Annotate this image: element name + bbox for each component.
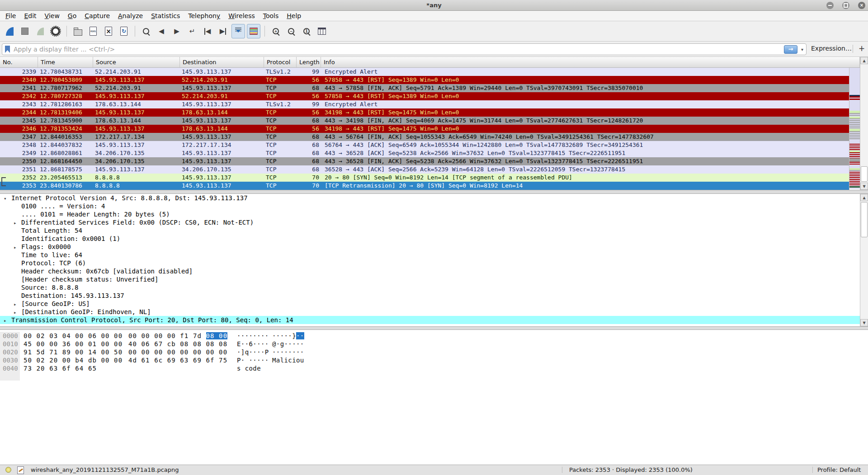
details-line-10[interactable]: [Header checksum status: Unverified] [0, 275, 868, 283]
menu-capture[interactable]: Capture [80, 11, 114, 21]
expert-info-icon[interactable] [5, 467, 11, 473]
menu-wireless[interactable]: Wireless [224, 11, 259, 21]
ascii-group2[interactable]: ········ [272, 348, 304, 356]
ascii-group2[interactable]: @·g····· [272, 340, 304, 348]
hex-bytes-group2[interactable]: 00 00 00 00 00 00 00 00 [128, 348, 227, 356]
hex-row-0020[interactable]: 002091 5d 71 89 00 14 00 5000 00 00 00 0… [0, 348, 868, 356]
menu-file[interactable]: File [1, 11, 20, 21]
save-file-button[interactable] [86, 24, 100, 38]
filter-bookmark-icon[interactable] [5, 46, 10, 53]
maximize-button[interactable] [842, 2, 849, 9]
stop-capture-button[interactable] [18, 24, 32, 38]
menu-tools[interactable]: Tools [259, 11, 283, 21]
close-file-button[interactable] [102, 24, 115, 38]
hex-bytes-group1[interactable]: 91 5d 71 89 00 14 00 50 [24, 348, 123, 356]
details-line-5[interactable]: Identification: 0x0001 (1) [0, 235, 868, 243]
collapsed-arrow-icon[interactable]: ▸ [3, 317, 11, 325]
packet-row-2345[interactable]: 234512.781345900178.63.13.144145.93.113.… [0, 117, 849, 125]
ascii-group1[interactable]: P· ····· [237, 356, 269, 364]
auto-scroll-button[interactable] [231, 24, 245, 38]
menu-go[interactable]: Go [64, 11, 80, 21]
zoom-in-button[interactable] [269, 24, 283, 38]
profile-label[interactable]: Profile: Default [817, 466, 861, 473]
packet-row-2347[interactable]: 234712.844016353172.217.17.134145.93.113… [0, 133, 849, 141]
packet-row-2350[interactable]: 235012.86816445034.206.170.135145.93.113… [0, 157, 849, 165]
add-filter-button[interactable]: + [859, 44, 865, 53]
packet-row-2351[interactable]: 235112.868178575145.93.113.13734.206.170… [0, 165, 849, 174]
go-forward-button[interactable]: ▶ [170, 24, 184, 38]
go-first-button[interactable]: ◀ [201, 24, 214, 38]
ascii-group1[interactable]: E··6···· [237, 340, 269, 348]
menu-edit[interactable]: Edit [20, 11, 40, 21]
column-header-protocol[interactable]: Protocol [264, 57, 297, 67]
start-capture-button[interactable] [3, 24, 16, 38]
menu-statistics[interactable]: Statistics [147, 11, 184, 21]
ascii-group2[interactable]: Maliciou [272, 356, 304, 364]
details-line-11[interactable]: Source: 8.8.8.8 [0, 283, 868, 292]
hex-row-0040[interactable]: 004073 20 63 6f 64 65s code [0, 364, 868, 372]
ascii-group1[interactable]: ·]q····P [237, 348, 269, 356]
packet-row-2341[interactable]: 234112.78071796252.214.203.91145.93.113.… [0, 84, 849, 92]
hex-bytes-group2[interactable]: 00 00 00 00 f1 7d 08 00 [128, 332, 227, 340]
packet-row-2348[interactable]: 234812.844037832145.93.113.137172.217.17… [0, 141, 849, 149]
expression-button[interactable]: Expression… [811, 45, 852, 52]
hex-bytes-group1[interactable]: 73 20 63 6f 64 65 [24, 364, 97, 372]
details-line-9[interactable]: Header checksum: 0x67cb [validation disa… [0, 267, 868, 275]
zoom-original-button[interactable] [300, 24, 313, 38]
packet-row-2352[interactable]: 235223.2054655138.8.8.8145.93.113.137TCP… [0, 174, 849, 182]
display-filter-input[interactable]: Apply a display filter ... <Ctrl-/> → ▾ [2, 43, 807, 55]
packet-list-minimap[interactable] [849, 68, 860, 190]
column-header-destination[interactable]: Destination [180, 57, 264, 67]
hex-bytes-group2[interactable]: 40 06 67 cb 08 08 08 08 [128, 340, 227, 348]
scroll-up-icon[interactable]: ▲ [860, 57, 868, 64]
apply-filter-button[interactable]: → [784, 45, 797, 54]
details-scroll-thumb[interactable] [861, 202, 868, 237]
hex-selected-bytes[interactable]: 08 00 [206, 332, 228, 339]
details-scroll-track[interactable] [860, 201, 868, 319]
filter-history-caret-icon[interactable]: ▾ [801, 47, 803, 52]
go-last-button[interactable]: ▶ [216, 24, 230, 38]
hex-row-0010[interactable]: 001045 00 00 36 00 01 00 0040 06 67 cb 0… [0, 340, 868, 348]
ascii-group1[interactable]: ········ [237, 332, 269, 340]
resize-columns-button[interactable] [315, 24, 329, 38]
column-header-no[interactable]: No. [0, 57, 38, 67]
scroll-down-icon[interactable]: ▼ [860, 319, 868, 326]
packet-list-scroll-track[interactable] [860, 64, 868, 183]
column-header-time[interactable]: Time [38, 57, 93, 67]
close-button[interactable]: × [858, 2, 865, 9]
packet-list-scroll-thumb[interactable] [861, 166, 868, 182]
reload-file-button[interactable] [117, 24, 131, 38]
hex-bytes-group1[interactable]: 00 02 03 04 00 06 00 00 [24, 332, 123, 340]
menu-help[interactable]: Help [283, 11, 305, 21]
zoom-out-button[interactable] [284, 24, 298, 38]
packet-row-2343[interactable]: 234312.781286163178.63.13.144145.93.113.… [0, 100, 849, 108]
expanded-arrow-icon[interactable]: ▾ [3, 195, 11, 203]
packet-row-2339[interactable]: 233912.78043873152.214.203.91145.93.113.… [0, 68, 849, 76]
column-header-info[interactable]: Info [321, 57, 860, 67]
hex-row-0030[interactable]: 003050 02 20 00 b4 db 00 004d 61 6c 69 6… [0, 356, 868, 364]
ascii-group1[interactable]: s code [237, 364, 261, 372]
colorize-packets-button[interactable] [247, 24, 260, 38]
find-packet-button[interactable] [139, 24, 153, 38]
details-line-3[interactable]: ▸Differentiated Services Field: 0x00 (DS… [0, 218, 868, 226]
details-line-2[interactable]: .... 0101 = Header Length: 20 bytes (5) [0, 210, 868, 218]
details-line-13[interactable]: ▸[Source GeoIP: US] [0, 300, 868, 308]
column-header-length[interactable]: Length [297, 57, 321, 67]
ascii-group2[interactable]: ·····}·· [272, 332, 304, 340]
packet-row-2344[interactable]: 234412.781319406145.93.113.137178.63.13.… [0, 108, 849, 117]
restart-capture-button[interactable] [33, 24, 47, 38]
hex-bytes-group1[interactable]: 45 00 00 36 00 01 00 00 [24, 340, 123, 348]
hex-row-0000[interactable]: 000000 02 03 04 00 06 00 0000 00 00 00 f… [0, 332, 868, 340]
go-to-packet-button[interactable]: ↵ [185, 24, 199, 38]
packet-row-2342[interactable]: 234212.780727328145.93.113.13752.214.203… [0, 92, 849, 100]
minimize-button[interactable] [826, 2, 834, 9]
packet-list-scrollbar[interactable]: ▲ ▼ [860, 57, 868, 190]
scroll-up-icon[interactable]: ▲ [860, 194, 868, 201]
pane-splitter-bottom[interactable] [0, 326, 868, 330]
details-line-0[interactable]: ▾Internet Protocol Version 4, Src: 8.8.8… [0, 194, 868, 202]
hex-bytes-group1[interactable]: 50 02 20 00 b4 db 00 00 [24, 356, 123, 364]
packet-row-2340[interactable]: 234012.780453809145.93.113.13752.214.203… [0, 76, 849, 84]
details-line-6[interactable]: ▸Flags: 0x0000 [0, 243, 868, 251]
details-line-15[interactable]: ▸Transmission Control Protocol, Src Port… [0, 316, 868, 324]
packet-row-2353[interactable]: 235323.8401307868.8.8.8145.93.113.137TCP… [0, 182, 849, 190]
